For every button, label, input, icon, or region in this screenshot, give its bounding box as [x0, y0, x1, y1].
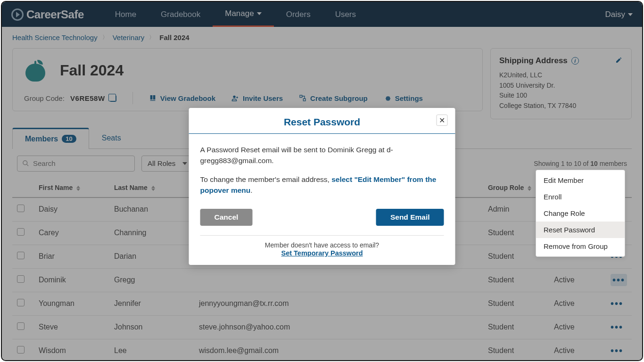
modal-text: To change the member's email address, se… — [200, 174, 444, 196]
reset-password-modal: Reset Password ✕ A Password Reset email … — [189, 108, 455, 265]
popover-item[interactable]: Reset Password — [536, 222, 625, 238]
set-temp-password-link[interactable]: Set Temporary Password — [281, 249, 363, 257]
cancel-button[interactable]: Cancel — [200, 209, 253, 226]
modal-title: Reset Password — [284, 116, 360, 128]
popover-item[interactable]: Enroll — [536, 189, 625, 205]
modal-footer-text: Member doesn't have access to email? — [200, 241, 444, 249]
popover-item[interactable]: Edit Member — [536, 172, 625, 189]
send-email-button[interactable]: Send Email — [376, 209, 444, 226]
modal-text: A Password Reset email will be sent to D… — [200, 144, 444, 166]
row-actions-popover: Edit MemberEnrollChange RoleReset Passwo… — [536, 170, 625, 257]
popover-item[interactable]: Change Role — [536, 205, 625, 222]
close-button[interactable]: ✕ — [437, 115, 448, 126]
popover-item[interactable]: Remove from Group — [536, 238, 625, 255]
